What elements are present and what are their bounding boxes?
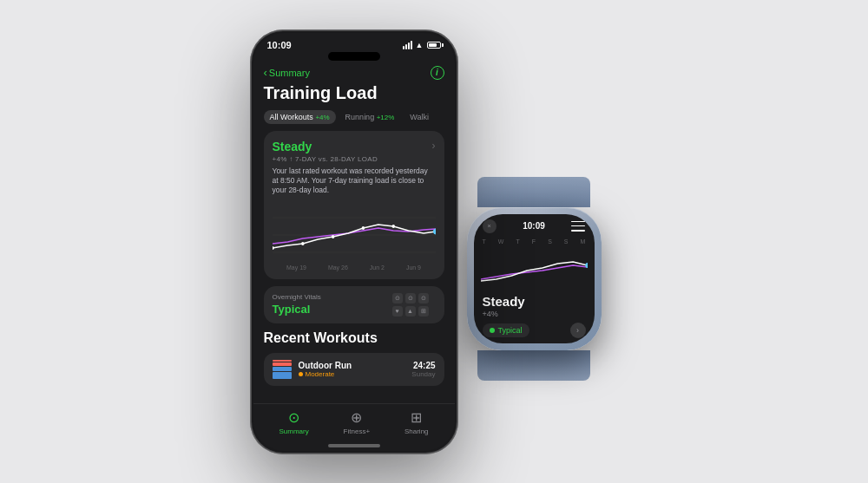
signal-bar-4 — [411, 41, 412, 49]
chart-date-3: Jun 2 — [370, 264, 385, 271]
bar-4 — [273, 372, 292, 378]
watch-band-bottom — [477, 350, 590, 381]
vitals-label: Overnight Vitals — [273, 293, 321, 301]
page-title: Training Load — [264, 83, 444, 103]
workout-info: Outdoor Run Moderate — [299, 361, 405, 378]
signal-bar-2 — [405, 44, 407, 49]
watch-typical-label: Typical — [498, 326, 523, 335]
intensity-dot-icon — [299, 372, 303, 376]
vitals-icon-1: ⊙ — [392, 293, 403, 304]
watch-day-t1: T — [483, 238, 486, 245]
menu-line-1 — [571, 221, 585, 223]
battery-fill — [429, 43, 437, 47]
watch-day-m: M — [581, 238, 586, 245]
card-header: Steady › — [273, 140, 436, 153]
watch-chart-svg — [481, 246, 588, 285]
watch-menu-button[interactable] — [571, 221, 585, 232]
vitals-icon-6: ⊞ — [418, 306, 429, 317]
card-chevron-icon: › — [432, 140, 436, 152]
watch-x-icon: × — [487, 222, 491, 230]
svg-point-4 — [301, 242, 304, 245]
workout-item[interactable]: Outdoor Run Moderate 24:25 Sunday — [264, 353, 444, 386]
watch-arrow-button[interactable]: › — [570, 323, 586, 338]
phone-content: ‹ Summary i Training Load All Workouts +… — [253, 66, 455, 403]
watch-percent-label: +4% — [483, 310, 586, 318]
wifi-icon: ▲ — [416, 41, 424, 49]
workout-tabs: All Workouts +4% Running +12% Walki — [264, 110, 444, 124]
home-indicator — [328, 444, 380, 447]
recent-workouts-title: Recent Workouts — [264, 330, 444, 346]
training-chart — [273, 200, 436, 261]
watch-day-w: W — [498, 238, 504, 245]
svg-point-3 — [273, 246, 274, 250]
sharing-nav-icon: ⊞ — [411, 409, 422, 426]
vitals-value: Typical — [273, 303, 321, 316]
phone: 10:09 ▲ — [250, 29, 458, 454]
workout-duration: 24:25 — [411, 361, 435, 370]
battery-icon — [427, 42, 441, 49]
load-description: Your last rated workout was recorded yes… — [273, 166, 436, 195]
status-icons: ▲ — [403, 41, 441, 49]
load-subtitle: +4% ↑ 7-DAY vs. 28-DAY LOAD — [273, 155, 436, 163]
watch-typical-badge: Typical — [483, 323, 529, 337]
tab-all-workouts-label: All Workouts — [270, 113, 313, 121]
tab-running[interactable]: Running +12% — [339, 110, 401, 124]
chart-dates: May 19 May 26 Jun 2 Jun 9 — [273, 264, 436, 271]
chart-svg — [273, 200, 436, 261]
vitals-icon-5: ▲ — [405, 306, 416, 317]
info-button[interactable]: i — [431, 66, 444, 80]
workout-type-icon — [273, 360, 292, 379]
watch-status-bar: × 10:09 — [474, 214, 595, 235]
watch-close-button[interactable]: × — [483, 219, 496, 233]
watch-screen: × 10:09 T W T F S — [474, 214, 595, 343]
nav-fitness-plus[interactable]: ⊕ Fitness+ — [344, 409, 370, 435]
scene: 10:09 ▲ — [250, 29, 619, 454]
bar-1 — [273, 360, 292, 362]
summary-nav-label: Summary — [279, 428, 308, 435]
nav-summary[interactable]: ⊙ Summary — [279, 409, 308, 435]
svg-point-8 — [433, 229, 436, 234]
watch-steady-label: Steady — [483, 294, 586, 309]
workout-name: Outdoor Run — [299, 361, 405, 370]
nav-sharing[interactable]: ⊞ Sharing — [404, 409, 429, 435]
tab-all-workouts-badge: +4% — [315, 114, 329, 121]
steady-status-label: Steady — [273, 140, 312, 153]
vitals-icon-3: ⊙ — [418, 293, 429, 304]
watch-body: × 10:09 T W T F S — [467, 207, 602, 350]
tab-running-badge: +12% — [377, 114, 395, 121]
watch-day-s2: S — [564, 238, 569, 245]
menu-line-3 — [571, 230, 585, 232]
summary-nav-icon: ⊙ — [288, 409, 299, 426]
svg-point-6 — [361, 226, 364, 230]
watch-day-f: F — [532, 238, 536, 245]
chart-date-4: Jun 9 — [406, 264, 421, 271]
svg-point-7 — [391, 225, 394, 228]
fitness-plus-nav-label: Fitness+ — [344, 428, 370, 435]
watch-training-chart: T W T F S S M — [474, 235, 595, 290]
back-label: Summary — [269, 68, 310, 78]
training-load-card: Steady › +4% ↑ 7-DAY vs. 28-DAY LOAD You… — [264, 131, 444, 279]
tab-all-workouts[interactable]: All Workouts +4% — [264, 110, 336, 124]
phone-status-bar: 10:09 ▲ — [253, 33, 455, 52]
vitals-icons: ⊙ ⊙ ⊙ ♥ ▲ ⊞ — [392, 293, 436, 317]
bar-3 — [273, 367, 292, 372]
vitals-icon-4: ♥ — [392, 306, 403, 317]
vitals-icon-2: ⊙ — [405, 293, 416, 304]
watch-time: 10:09 — [523, 221, 545, 231]
chart-date-2: May 26 — [328, 264, 348, 271]
signal-bar-3 — [408, 42, 410, 49]
watch-chart-days: T W T F S S M — [481, 238, 588, 245]
back-button[interactable]: ‹ Summary — [264, 66, 310, 79]
phone-time: 10:09 — [267, 40, 292, 50]
signal-bars-icon — [403, 41, 412, 49]
tab-running-label: Running — [345, 113, 375, 121]
vitals-text: Overnight Vitals Typical — [273, 293, 321, 316]
tab-walking-label: Walki — [410, 113, 429, 121]
tab-walking[interactable]: Walki — [404, 110, 435, 124]
overnight-vitals-card: Overnight Vitals Typical ⊙ ⊙ ⊙ ♥ ▲ ⊞ — [264, 286, 444, 323]
back-chevron-icon: ‹ — [264, 66, 267, 79]
bottom-nav: ⊙ Summary ⊕ Fitness+ ⊞ Sharing — [253, 403, 455, 442]
workout-intensity: Moderate — [299, 370, 405, 378]
fitness-plus-nav-icon: ⊕ — [351, 409, 362, 426]
intensity-label: Moderate — [306, 370, 335, 378]
